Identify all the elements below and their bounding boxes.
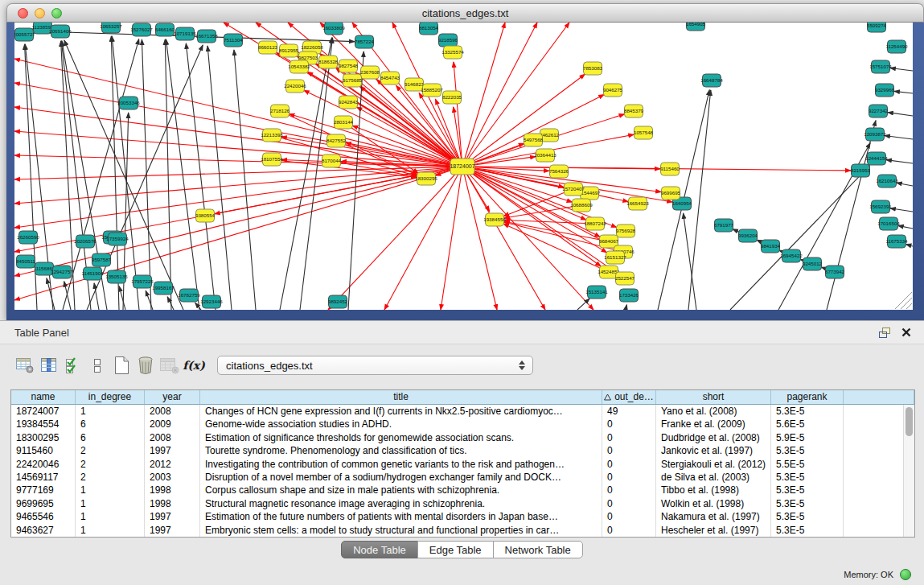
graph-edge[interactable]	[462, 23, 505, 167]
table-cell-out_de[interactable]: 0	[602, 444, 656, 457]
graph-edge[interactable]	[890, 208, 913, 212]
table-cell-out_de[interactable]: 49	[602, 405, 656, 418]
graph-edge[interactable]	[890, 68, 913, 71]
graph-edge[interactable]	[234, 50, 256, 310]
graph-edge[interactable]	[898, 225, 913, 229]
table-cell-title[interactable]: Disruption of a novel member of a sodium…	[200, 471, 602, 484]
table-vertical-scrollbar[interactable]	[903, 405, 914, 537]
table-cell-short[interactable]: Hescheler et al. (1997)	[656, 524, 771, 537]
table-cell-pagerank[interactable]: 5.6E-5	[771, 418, 844, 431]
table-cell-out_de[interactable]: 0	[602, 510, 656, 523]
table-cell-pagerank[interactable]: 5.3E-5	[771, 471, 844, 484]
column-header-in_degree[interactable]: in_degree	[76, 390, 145, 404]
resize-grip-icon[interactable]	[901, 298, 912, 309]
network-window-titlebar[interactable]: citations_edges.txt	[6, 3, 924, 23]
graph-edge[interactable]	[167, 297, 174, 310]
table-cell-year[interactable]: 2003	[145, 471, 200, 484]
table-cell-out_de[interactable]: 0	[602, 418, 656, 431]
table-cell-year[interactable]: 1997	[145, 510, 200, 523]
network-canvas[interactable]: 2005572711238597206914061065325715276027…	[14, 23, 913, 310]
column-header-short[interactable]: short	[656, 390, 771, 404]
graph-edge[interactable]	[906, 244, 913, 246]
table-cell-name[interactable]: 18300295	[11, 431, 76, 444]
graph-edge[interactable]	[14, 167, 462, 204]
table-cell-pagerank[interactable]: 5.3E-5	[771, 444, 844, 457]
minimize-button[interactable]	[35, 8, 45, 19]
table-cell-out_de[interactable]: 0	[602, 458, 656, 471]
table-cell-year[interactable]: 1997	[145, 444, 200, 457]
table-cell-pagerank[interactable]: 5.3E-5	[771, 510, 844, 523]
table-cell-short[interactable]: Tibbo et al. (1998)	[656, 484, 771, 496]
table-cell-short[interactable]: Yano et al. (2008)	[656, 405, 771, 418]
table-cell-pagerank[interactable]: 5.3E-5	[771, 484, 844, 496]
graph-edge[interactable]	[87, 45, 203, 310]
import-table-icon[interactable]	[158, 355, 182, 376]
table-cell-name[interactable]: 9115460	[11, 444, 76, 457]
graph-edge[interactable]	[112, 36, 139, 310]
table-cell-title[interactable]: Structural magnetic resonance image aver…	[200, 497, 602, 510]
graph-edge[interactable]	[280, 38, 332, 310]
table-cell-in_degree[interactable]: 1	[76, 510, 145, 523]
table-options-icon[interactable]	[13, 355, 37, 376]
column-header-pagerank[interactable]: pagerank	[771, 390, 844, 404]
graph-edge[interactable]	[885, 136, 913, 139]
table-cell-short[interactable]: Nakamura et al. (1997)	[656, 510, 771, 523]
table-row[interactable]: 2242004622012Investigating the contribut…	[11, 458, 914, 471]
graph-edge[interactable]	[827, 121, 876, 310]
table-cell-in_degree[interactable]: 2	[76, 471, 145, 484]
table-cell-pagerank[interactable]: 5.3E-5	[771, 405, 844, 418]
close-icon[interactable]	[901, 328, 911, 337]
table-row[interactable]: 1456911722003Disruption of a novel membe…	[11, 471, 914, 484]
float-window-icon[interactable]	[878, 327, 892, 339]
table-cell-title[interactable]: Estimation of the future numbers of pati…	[200, 510, 602, 523]
table-cell-in_degree[interactable]: 1	[76, 497, 145, 510]
table-cell-name[interactable]: 22420046	[11, 458, 76, 471]
table-cell-name[interactable]: 9777169	[11, 484, 76, 496]
tab-network-table[interactable]: Network Table	[493, 541, 583, 558]
table-cell-out_de[interactable]: 0	[602, 484, 656, 496]
table-cell-in_degree[interactable]: 2	[76, 458, 145, 471]
table-cell-year[interactable]: 2012	[145, 458, 200, 471]
resize-grip-icon[interactable]	[906, 303, 912, 309]
graph-edge[interactable]	[384, 167, 462, 310]
graph-edge[interactable]	[14, 167, 462, 300]
table-cell-name[interactable]: 18724007	[11, 405, 76, 418]
graph-edge[interactable]	[886, 160, 913, 163]
table-cell-in_degree[interactable]: 2	[76, 444, 145, 457]
graph-edge[interactable]	[14, 83, 462, 167]
table-cell-in_degree[interactable]: 6	[76, 418, 145, 431]
table-cell-pagerank[interactable]: 5.5E-5	[771, 458, 844, 471]
table-cell-year[interactable]: 1997	[145, 524, 200, 537]
table-cell-name[interactable]: 19384554	[11, 418, 76, 431]
table-row[interactable]: 977716911998Corpus callosum shape and si…	[11, 484, 914, 496]
graph-edge[interactable]	[897, 183, 913, 186]
table-cell-title[interactable]: Estimation of significance thresholds fo…	[200, 431, 602, 444]
table-cell-year[interactable]: 2009	[145, 418, 200, 431]
graph-edge[interactable]	[894, 91, 913, 93]
graph-edge[interactable]	[14, 167, 462, 228]
citation-network-graph[interactable]: 2005572711238597206914061065325715276027…	[14, 23, 913, 310]
table-cell-pagerank[interactable]: 5.9E-5	[771, 431, 844, 444]
table-selector-dropdown[interactable]: citations_edges.txt	[217, 356, 533, 375]
table-row[interactable]: 1830029562008Estimation of significance …	[11, 431, 914, 444]
table-cell-out_de[interactable]: 0	[602, 497, 656, 510]
zoom-button[interactable]	[51, 8, 62, 19]
table-cell-title[interactable]: Tourette syndrome. Phenomenology and cla…	[200, 444, 602, 457]
table-cell-title[interactable]: Embryonic stem cells: a model to study s…	[200, 524, 602, 537]
table-cell-title[interactable]: Genome-wide association studies in ADHD.	[200, 418, 602, 431]
tab-node-table[interactable]: Node Table	[341, 541, 418, 558]
table-cell-name[interactable]: 9699695	[11, 497, 76, 510]
table-cell-out_de[interactable]: 0	[602, 471, 656, 484]
graph-edge[interactable]	[146, 290, 153, 310]
graph-edge[interactable]	[504, 220, 595, 224]
table-cell-title[interactable]: Investigating the contribution of common…	[200, 458, 602, 471]
table-cell-name[interactable]: 14569117	[11, 471, 76, 484]
graph-edge[interactable]	[111, 36, 119, 310]
table-cell-out_de[interactable]: 0	[602, 431, 656, 444]
table-cell-title[interactable]: Changes of HCN gene expression and I(f) …	[200, 405, 602, 418]
table-row[interactable]: 946362711997Embryonic stem cells: a mode…	[11, 524, 914, 537]
clear-selection-icon[interactable]	[85, 355, 109, 376]
table-row[interactable]: 1938455462009Genome-wide association stu…	[11, 418, 914, 431]
graph-edge[interactable]	[626, 305, 626, 310]
column-header-name[interactable]: name	[11, 390, 76, 404]
